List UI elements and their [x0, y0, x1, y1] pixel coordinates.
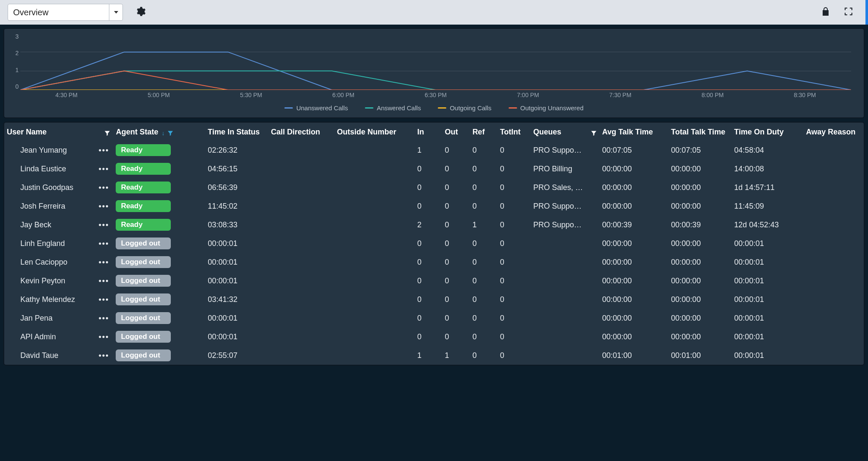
- cell-time-in-status: 00:00:01: [208, 258, 237, 266]
- cell-in: 0: [417, 258, 422, 266]
- cell-ref: 0: [473, 258, 477, 266]
- cell-in: 0: [417, 332, 422, 341]
- legend-item[interactable]: Outgoing Calls: [438, 104, 491, 112]
- view-selector[interactable]: Overview: [8, 4, 123, 21]
- cell-out: 0: [445, 221, 449, 229]
- x-tick: 5:30 PM: [205, 92, 298, 101]
- row-actions-icon[interactable]: •••: [99, 332, 109, 341]
- th-time-on-duty[interactable]: Time On Duty: [734, 128, 784, 136]
- row-actions-icon[interactable]: •••: [99, 258, 109, 266]
- th-outside-number[interactable]: Outside Number: [337, 128, 396, 136]
- agents-table: User Name Agent State ↓: [4, 123, 864, 365]
- cell-out: 0: [445, 258, 449, 266]
- cell-user-name: David Taue: [20, 351, 58, 360]
- table-row: David Taue•••Logged out02:55:07110000:01…: [4, 346, 864, 365]
- x-tick: 8:30 PM: [759, 92, 851, 101]
- th-total-talk[interactable]: Total Talk Time: [671, 128, 725, 136]
- cell-user-name: Jean Yumang: [20, 146, 67, 154]
- cell-time-in-status: 00:00:01: [208, 314, 237, 322]
- cell-in: 0: [417, 277, 422, 285]
- cell-time-on-duty: 1d 14:57:11: [734, 183, 774, 192]
- filter-icon[interactable]: [590, 130, 597, 137]
- th-agent-state[interactable]: Agent State: [116, 128, 158, 137]
- cell-totint: 0: [500, 146, 504, 154]
- row-actions-icon[interactable]: •••: [99, 146, 109, 154]
- cell-avg-talk: 00:00:00: [602, 295, 632, 304]
- row-actions-icon[interactable]: •••: [99, 239, 109, 248]
- th-out[interactable]: Out: [445, 128, 458, 136]
- table-row: Jean Yumang•••Ready02:26:321000PRO Suppo…: [4, 141, 864, 159]
- cell-total-talk: 00:00:39: [671, 221, 701, 229]
- cell-time-on-duty: 00:00:01: [734, 277, 764, 285]
- cell-time-on-duty: 00:00:01: [734, 239, 764, 248]
- cell-queues: PRO Sales, …: [533, 183, 583, 192]
- row-actions-icon[interactable]: •••: [99, 351, 109, 360]
- cell-ref: 0: [473, 146, 477, 154]
- cell-user-name: Jan Pena: [20, 314, 53, 322]
- row-actions-icon[interactable]: •••: [99, 183, 109, 192]
- cell-ref: 0: [473, 277, 477, 285]
- lock-icon[interactable]: [821, 6, 831, 19]
- cell-in: 0: [417, 183, 422, 192]
- row-actions-icon[interactable]: •••: [99, 221, 109, 229]
- cell-ref: 0: [473, 183, 477, 192]
- cell-totint: 0: [500, 221, 504, 229]
- th-totint[interactable]: TotInt: [500, 128, 521, 136]
- legend-item[interactable]: Outgoing Unanswered: [509, 104, 584, 112]
- sort-descending-icon[interactable]: ↓: [161, 130, 164, 137]
- x-tick: 5:00 PM: [113, 92, 205, 101]
- cell-totint: 0: [500, 183, 504, 192]
- row-actions-icon[interactable]: •••: [99, 202, 109, 210]
- legend-item[interactable]: Unanswered Calls: [284, 104, 348, 112]
- row-actions-icon[interactable]: •••: [99, 295, 109, 304]
- filter-icon[interactable]: [104, 130, 111, 137]
- cell-ref: 0: [473, 314, 477, 322]
- row-actions-icon[interactable]: •••: [99, 277, 109, 285]
- table-row: Justin Goodpas•••Ready06:56:390000PRO Sa…: [4, 178, 864, 197]
- agent-state-badge: Logged out: [116, 293, 171, 305]
- legend-swatch: [509, 107, 517, 109]
- cell-out: 0: [445, 295, 449, 304]
- cell-total-talk: 00:00:00: [671, 239, 701, 248]
- cell-totint: 0: [500, 165, 504, 173]
- th-user-name[interactable]: User Name: [7, 128, 47, 137]
- th-in[interactable]: In: [417, 128, 424, 136]
- cell-time-on-duty: 00:00:01: [734, 295, 764, 304]
- th-away-reason[interactable]: Away Reason: [806, 128, 856, 136]
- cell-out: 0: [445, 183, 449, 192]
- th-time-in-status[interactable]: Time In Status: [208, 128, 260, 136]
- cell-avg-talk: 00:01:00: [602, 351, 632, 360]
- cell-totint: 0: [500, 295, 504, 304]
- cell-in: 0: [417, 165, 422, 173]
- cell-time-on-duty: 00:00:01: [734, 332, 764, 341]
- y-tick: 2: [11, 50, 19, 56]
- cell-time-in-status: 06:56:39: [208, 183, 237, 192]
- agent-state-badge: Ready: [116, 200, 171, 212]
- cell-out: 0: [445, 165, 449, 173]
- th-call-direction[interactable]: Call Direction: [271, 128, 320, 136]
- cell-avg-talk: 00:00:00: [602, 183, 632, 192]
- legend-swatch: [438, 107, 446, 109]
- table-row: Linh England•••Logged out00:00:01000000:…: [4, 234, 864, 253]
- legend-item[interactable]: Answered Calls: [365, 104, 421, 112]
- filter-icon[interactable]: [167, 130, 174, 137]
- cell-out: 1: [445, 351, 449, 360]
- agent-state-badge: Ready: [116, 219, 171, 231]
- th-queues[interactable]: Queues: [533, 128, 561, 137]
- row-actions-icon[interactable]: •••: [99, 314, 109, 322]
- agent-state-badge: Logged out: [116, 331, 171, 343]
- th-avg-talk[interactable]: Avg Talk Time: [602, 128, 653, 136]
- cell-time-in-status: 00:00:01: [208, 332, 237, 341]
- gear-icon[interactable]: [135, 6, 146, 19]
- cell-totint: 0: [500, 202, 504, 210]
- cell-totint: 0: [500, 314, 504, 322]
- cell-user-name: Kathy Melendez: [20, 295, 75, 304]
- cell-time-in-status: 03:41:32: [208, 295, 237, 304]
- row-actions-icon[interactable]: •••: [99, 165, 109, 173]
- x-tick: 8:00 PM: [667, 92, 759, 101]
- agent-state-badge: Ready: [116, 182, 171, 193]
- cell-user-name: Josh Ferreira: [20, 202, 65, 210]
- th-ref[interactable]: Ref: [473, 128, 485, 136]
- fullscreen-icon[interactable]: [843, 6, 854, 19]
- x-tick: 7:00 PM: [482, 92, 574, 101]
